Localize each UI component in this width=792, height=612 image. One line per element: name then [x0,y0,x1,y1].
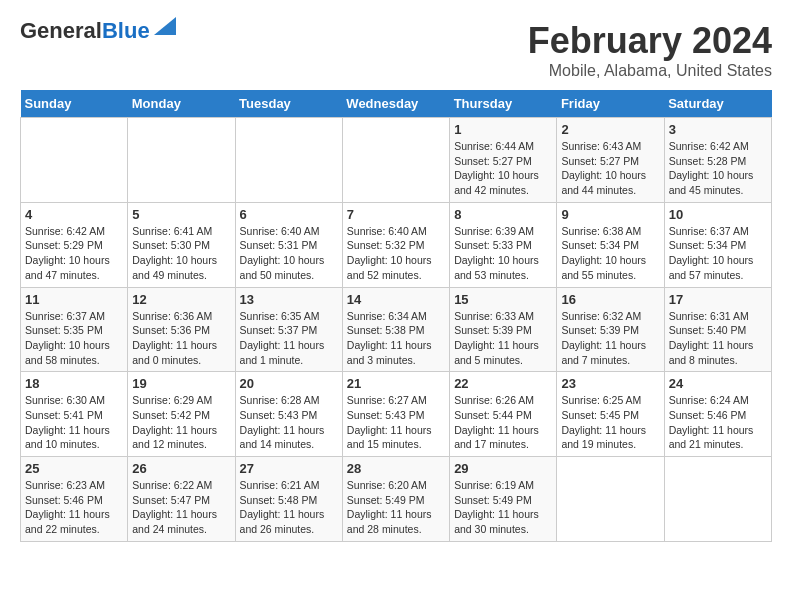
calendar-cell: 7Sunrise: 6:40 AM Sunset: 5:32 PM Daylig… [342,202,449,287]
calendar-cell: 8Sunrise: 6:39 AM Sunset: 5:33 PM Daylig… [450,202,557,287]
calendar-cell: 26Sunrise: 6:22 AM Sunset: 5:47 PM Dayli… [128,457,235,542]
calendar-cell [557,457,664,542]
day-number: 1 [454,122,552,137]
calendar-cell: 5Sunrise: 6:41 AM Sunset: 5:30 PM Daylig… [128,202,235,287]
calendar-cell: 6Sunrise: 6:40 AM Sunset: 5:31 PM Daylig… [235,202,342,287]
day-number: 20 [240,376,338,391]
calendar-week-1: 1Sunrise: 6:44 AM Sunset: 5:27 PM Daylig… [21,118,772,203]
day-number: 18 [25,376,123,391]
day-number: 22 [454,376,552,391]
calendar-cell: 23Sunrise: 6:25 AM Sunset: 5:45 PM Dayli… [557,372,664,457]
day-info: Sunrise: 6:34 AM Sunset: 5:38 PM Dayligh… [347,309,445,368]
day-info: Sunrise: 6:32 AM Sunset: 5:39 PM Dayligh… [561,309,659,368]
day-number: 6 [240,207,338,222]
day-info: Sunrise: 6:37 AM Sunset: 5:35 PM Dayligh… [25,309,123,368]
calendar-cell [128,118,235,203]
calendar-week-4: 18Sunrise: 6:30 AM Sunset: 5:41 PM Dayli… [21,372,772,457]
day-number: 25 [25,461,123,476]
month-year-title: February 2024 [528,20,772,62]
calendar-cell [664,457,771,542]
day-info: Sunrise: 6:38 AM Sunset: 5:34 PM Dayligh… [561,224,659,283]
day-number: 23 [561,376,659,391]
day-info: Sunrise: 6:30 AM Sunset: 5:41 PM Dayligh… [25,393,123,452]
calendar-cell: 14Sunrise: 6:34 AM Sunset: 5:38 PM Dayli… [342,287,449,372]
day-number: 11 [25,292,123,307]
header-monday: Monday [128,90,235,118]
day-info: Sunrise: 6:39 AM Sunset: 5:33 PM Dayligh… [454,224,552,283]
calendar-cell: 10Sunrise: 6:37 AM Sunset: 5:34 PM Dayli… [664,202,771,287]
day-number: 2 [561,122,659,137]
calendar-header: Sunday Monday Tuesday Wednesday Thursday… [21,90,772,118]
calendar-cell: 18Sunrise: 6:30 AM Sunset: 5:41 PM Dayli… [21,372,128,457]
day-info: Sunrise: 6:37 AM Sunset: 5:34 PM Dayligh… [669,224,767,283]
day-info: Sunrise: 6:26 AM Sunset: 5:44 PM Dayligh… [454,393,552,452]
calendar-week-3: 11Sunrise: 6:37 AM Sunset: 5:35 PM Dayli… [21,287,772,372]
day-info: Sunrise: 6:19 AM Sunset: 5:49 PM Dayligh… [454,478,552,537]
calendar-cell [342,118,449,203]
calendar-cell: 20Sunrise: 6:28 AM Sunset: 5:43 PM Dayli… [235,372,342,457]
header-thursday: Thursday [450,90,557,118]
day-number: 26 [132,461,230,476]
day-info: Sunrise: 6:31 AM Sunset: 5:40 PM Dayligh… [669,309,767,368]
calendar-cell: 22Sunrise: 6:26 AM Sunset: 5:44 PM Dayli… [450,372,557,457]
day-info: Sunrise: 6:43 AM Sunset: 5:27 PM Dayligh… [561,139,659,198]
calendar-cell: 2Sunrise: 6:43 AM Sunset: 5:27 PM Daylig… [557,118,664,203]
day-number: 8 [454,207,552,222]
day-info: Sunrise: 6:33 AM Sunset: 5:39 PM Dayligh… [454,309,552,368]
day-info: Sunrise: 6:36 AM Sunset: 5:36 PM Dayligh… [132,309,230,368]
day-info: Sunrise: 6:27 AM Sunset: 5:43 PM Dayligh… [347,393,445,452]
calendar-cell: 9Sunrise: 6:38 AM Sunset: 5:34 PM Daylig… [557,202,664,287]
day-number: 16 [561,292,659,307]
calendar-cell: 21Sunrise: 6:27 AM Sunset: 5:43 PM Dayli… [342,372,449,457]
day-info: Sunrise: 6:24 AM Sunset: 5:46 PM Dayligh… [669,393,767,452]
day-info: Sunrise: 6:21 AM Sunset: 5:48 PM Dayligh… [240,478,338,537]
day-info: Sunrise: 6:42 AM Sunset: 5:29 PM Dayligh… [25,224,123,283]
day-info: Sunrise: 6:28 AM Sunset: 5:43 PM Dayligh… [240,393,338,452]
calendar-cell: 28Sunrise: 6:20 AM Sunset: 5:49 PM Dayli… [342,457,449,542]
day-number: 5 [132,207,230,222]
day-info: Sunrise: 6:44 AM Sunset: 5:27 PM Dayligh… [454,139,552,198]
header-saturday: Saturday [664,90,771,118]
day-number: 19 [132,376,230,391]
day-info: Sunrise: 6:20 AM Sunset: 5:49 PM Dayligh… [347,478,445,537]
header-tuesday: Tuesday [235,90,342,118]
day-number: 4 [25,207,123,222]
day-info: Sunrise: 6:41 AM Sunset: 5:30 PM Dayligh… [132,224,230,283]
calendar-cell: 1Sunrise: 6:44 AM Sunset: 5:27 PM Daylig… [450,118,557,203]
day-number: 13 [240,292,338,307]
day-info: Sunrise: 6:25 AM Sunset: 5:45 PM Dayligh… [561,393,659,452]
logo-text: GeneralBlue [20,20,150,42]
calendar-cell: 13Sunrise: 6:35 AM Sunset: 5:37 PM Dayli… [235,287,342,372]
day-number: 12 [132,292,230,307]
calendar-cell: 11Sunrise: 6:37 AM Sunset: 5:35 PM Dayli… [21,287,128,372]
day-info: Sunrise: 6:40 AM Sunset: 5:32 PM Dayligh… [347,224,445,283]
day-number: 27 [240,461,338,476]
day-info: Sunrise: 6:35 AM Sunset: 5:37 PM Dayligh… [240,309,338,368]
calendar-week-5: 25Sunrise: 6:23 AM Sunset: 5:46 PM Dayli… [21,457,772,542]
calendar-cell: 15Sunrise: 6:33 AM Sunset: 5:39 PM Dayli… [450,287,557,372]
calendar-table: Sunday Monday Tuesday Wednesday Thursday… [20,90,772,542]
day-number: 17 [669,292,767,307]
header-wednesday: Wednesday [342,90,449,118]
header-friday: Friday [557,90,664,118]
calendar-cell: 27Sunrise: 6:21 AM Sunset: 5:48 PM Dayli… [235,457,342,542]
day-number: 9 [561,207,659,222]
calendar-body: 1Sunrise: 6:44 AM Sunset: 5:27 PM Daylig… [21,118,772,542]
day-number: 15 [454,292,552,307]
header-row: Sunday Monday Tuesday Wednesday Thursday… [21,90,772,118]
day-info: Sunrise: 6:22 AM Sunset: 5:47 PM Dayligh… [132,478,230,537]
title-block: February 2024 Mobile, Alabama, United St… [528,20,772,80]
calendar-cell [21,118,128,203]
day-info: Sunrise: 6:42 AM Sunset: 5:28 PM Dayligh… [669,139,767,198]
location-subtitle: Mobile, Alabama, United States [528,62,772,80]
day-number: 24 [669,376,767,391]
calendar-cell: 17Sunrise: 6:31 AM Sunset: 5:40 PM Dayli… [664,287,771,372]
day-number: 10 [669,207,767,222]
calendar-cell: 19Sunrise: 6:29 AM Sunset: 5:42 PM Dayli… [128,372,235,457]
calendar-cell: 16Sunrise: 6:32 AM Sunset: 5:39 PM Dayli… [557,287,664,372]
calendar-cell: 3Sunrise: 6:42 AM Sunset: 5:28 PM Daylig… [664,118,771,203]
calendar-cell: 24Sunrise: 6:24 AM Sunset: 5:46 PM Dayli… [664,372,771,457]
calendar-cell: 25Sunrise: 6:23 AM Sunset: 5:46 PM Dayli… [21,457,128,542]
day-info: Sunrise: 6:40 AM Sunset: 5:31 PM Dayligh… [240,224,338,283]
calendar-cell [235,118,342,203]
